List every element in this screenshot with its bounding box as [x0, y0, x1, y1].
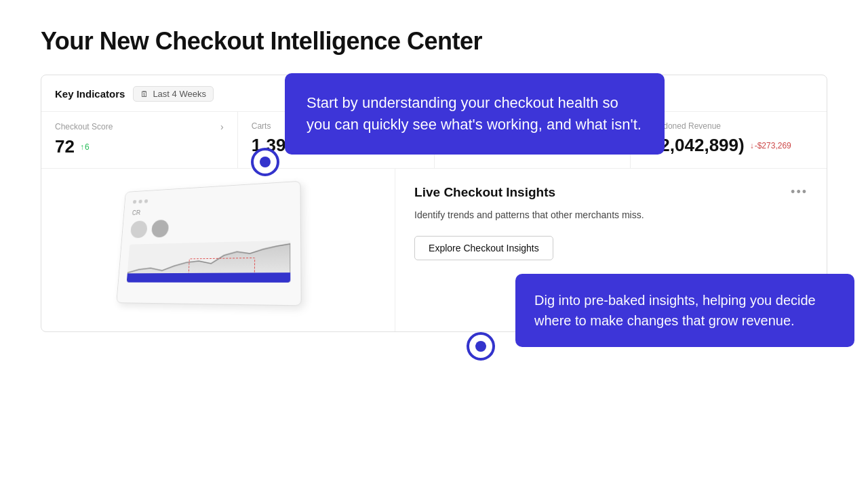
- key-indicators-title: Key Indicators: [55, 88, 125, 100]
- delta-checkout-score: 6: [80, 142, 90, 152]
- chevron-right-icon: ›: [220, 121, 224, 132]
- more-options-icon[interactable]: •••: [791, 185, 808, 199]
- date-range-badge[interactable]: 🗓 Last 4 Weeks: [133, 86, 214, 102]
- metric-label-checkout-score: Checkout Score ›: [55, 121, 224, 132]
- page-title: Your New Checkout Intelligence Center: [41, 27, 827, 56]
- metric-label-abandoned-revenue: Abandoned Revenue: [644, 121, 813, 131]
- tooltip-health: Start by understanding your checkout hea…: [285, 73, 665, 155]
- dashboard-illustration: CR: [115, 179, 332, 322]
- illustration-label: CR: [132, 202, 290, 216]
- insights-panel-header: Live Checkout Insights •••: [414, 185, 808, 200]
- tooltip-insights: Dig into pre-baked insights, helping you…: [515, 274, 854, 347]
- metric-value-abandoned-revenue: ($2,042,899) -$273,269: [644, 135, 813, 156]
- insights-title: Live Checkout Insights: [414, 185, 555, 200]
- chart-blue-bar: [126, 272, 290, 283]
- metric-value-checkout-score: 72 6: [55, 136, 224, 157]
- illustration-chart: ⊕ +33.6%: [126, 241, 290, 283]
- page-container: Your New Checkout Intelligence Center St…: [0, 0, 868, 359]
- step-indicator-2: [467, 332, 495, 361]
- calendar-icon: 🗓: [140, 89, 149, 99]
- insights-description: Identify trends and patterns that other …: [414, 208, 808, 222]
- delta-abandoned-revenue: -$273,269: [750, 141, 791, 150]
- step-indicator-1: [251, 148, 279, 176]
- chart-illustration-area: CR: [41, 169, 395, 331]
- explore-checkout-insights-button[interactable]: Explore Checkout Insights: [414, 236, 553, 260]
- metric-checkout-score[interactable]: Checkout Score › 72 6: [41, 112, 238, 168]
